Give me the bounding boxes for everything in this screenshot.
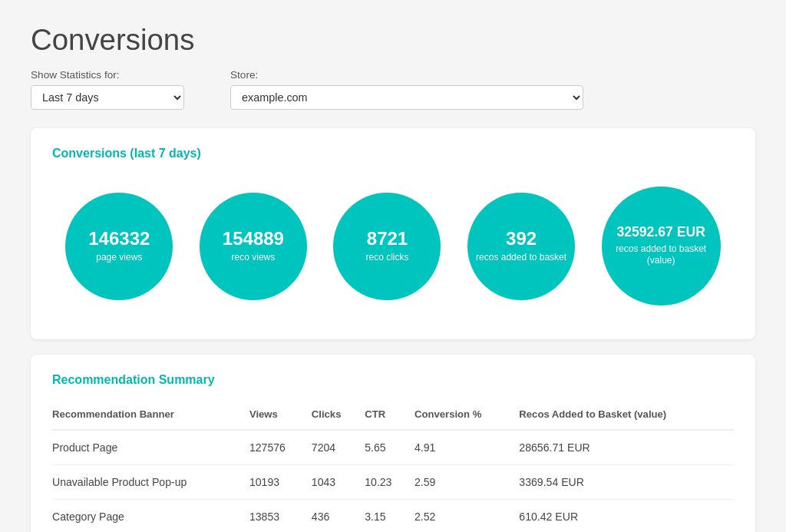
col-header-3: CTR <box>365 402 414 430</box>
stats-bubbles-row: 146332page views154889reco views8721reco… <box>52 179 734 321</box>
cell-0-5: 28656.71 EUR <box>519 430 734 465</box>
cell-2-0: Category Page <box>52 500 249 533</box>
cell-1-1: 10193 <box>249 465 312 500</box>
recommendation-card: Recommendation Summary Recommendation Ba… <box>31 355 755 532</box>
controls-bar: Show Statistics for: Last 7 days Store: … <box>31 69 755 110</box>
cell-2-4: 2.52 <box>414 500 519 533</box>
cell-2-3: 3.15 <box>365 500 414 533</box>
cell-1-2: 1043 <box>312 465 365 500</box>
stat-bubble-3: 392recos added to basket <box>467 193 575 300</box>
conversions-card-title: Conversions (last 7 days) <box>52 147 734 160</box>
stat-bubble-0: 146332page views <box>65 193 173 300</box>
table-row: Unavailable Product Pop-up10193104310.23… <box>52 465 734 500</box>
table-row: Product Page12757672045.654.9128656.71 E… <box>52 430 734 465</box>
stat-number-2: 8721 <box>367 229 408 249</box>
col-header-1: Views <box>249 402 312 430</box>
stat-label-3: recos added to basket <box>476 252 566 264</box>
col-header-4: Conversion % <box>414 402 519 430</box>
col-header-2: Clicks <box>312 402 365 430</box>
stat-number-4: 32592.67 EUR <box>616 225 705 240</box>
table-body: Product Page12757672045.654.9128656.71 E… <box>52 430 734 532</box>
stat-label-2: reco clicks <box>365 252 408 264</box>
stat-label-4: recos added to basket (value) <box>609 243 713 267</box>
stat-label-0: page views <box>96 252 142 264</box>
cell-1-4: 2.59 <box>414 465 519 500</box>
stats-label: Show Statistics for: <box>31 69 184 81</box>
cell-2-2: 436 <box>312 500 365 533</box>
stat-number-3: 392 <box>506 229 537 249</box>
cell-1-3: 10.23 <box>365 465 414 500</box>
cell-2-1: 13853 <box>249 500 312 533</box>
cell-1-5: 3369.54 EUR <box>519 465 734 500</box>
col-header-0: Recommendation Banner <box>52 402 249 430</box>
cell-0-4: 4.91 <box>414 430 519 465</box>
table-header-row: Recommendation BannerViewsClicksCTRConve… <box>52 402 734 430</box>
stat-bubble-4: 32592.67 EURrecos added to basket (value… <box>602 187 721 306</box>
table-head: Recommendation BannerViewsClicksCTRConve… <box>52 402 734 430</box>
store-label: Store: <box>230 69 583 81</box>
cell-2-5: 610.42 EUR <box>519 500 734 533</box>
recommendation-table: Recommendation BannerViewsClicksCTRConve… <box>52 402 734 532</box>
store-control: Store: example.com <box>230 69 583 110</box>
cell-0-0: Product Page <box>52 430 249 465</box>
col-header-5: Recos Added to Basket (value) <box>519 402 734 430</box>
stat-number-1: 154889 <box>223 229 284 249</box>
table-row: Category Page138534363.152.52610.42 EUR <box>52 500 734 533</box>
conversions-card: Conversions (last 7 days) 146332page vie… <box>31 128 755 339</box>
stat-bubble-2: 8721reco clicks <box>333 193 441 300</box>
cell-0-1: 127576 <box>249 430 312 465</box>
stats-select[interactable]: Last 7 days <box>31 85 184 110</box>
stat-bubble-1: 154889reco views <box>200 193 307 300</box>
page-title: Conversions <box>31 23 755 57</box>
stats-control: Show Statistics for: Last 7 days <box>31 69 184 110</box>
cell-1-0: Unavailable Product Pop-up <box>52 465 249 500</box>
recommendation-title: Recommendation Summary <box>52 373 734 387</box>
store-select[interactable]: example.com <box>230 85 583 110</box>
stat-number-0: 146332 <box>88 229 150 249</box>
stat-label-1: reco views <box>232 252 276 264</box>
cell-0-2: 7204 <box>312 430 365 465</box>
cell-0-3: 5.65 <box>365 430 414 465</box>
